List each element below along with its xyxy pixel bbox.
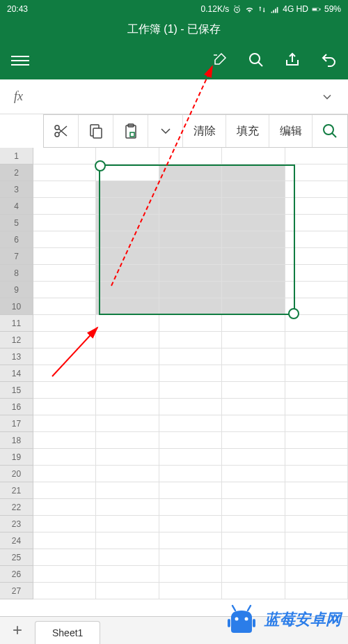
cell[interactable]: [96, 315, 159, 332]
cell[interactable]: [96, 432, 159, 449]
cell[interactable]: [285, 432, 348, 449]
sheet-tab[interactable]: Sheet1: [35, 621, 100, 644]
expand-menu-button[interactable]: [148, 115, 183, 147]
row-header[interactable]: 3: [0, 181, 33, 198]
edit-button[interactable]: 编辑: [269, 115, 313, 147]
cell[interactable]: [285, 148, 348, 164]
cell[interactable]: [285, 164, 348, 181]
cell[interactable]: [285, 482, 348, 499]
cell[interactable]: [222, 231, 285, 248]
cell[interactable]: [33, 282, 96, 298]
cell[interactable]: [285, 382, 348, 399]
cell[interactable]: [159, 148, 222, 164]
cell[interactable]: [285, 282, 348, 298]
cell[interactable]: [222, 466, 285, 482]
cell[interactable]: [96, 399, 159, 415]
cell[interactable]: [285, 566, 348, 583]
cell[interactable]: [222, 215, 285, 231]
cell[interactable]: [96, 532, 159, 549]
cell[interactable]: [33, 583, 96, 599]
cell[interactable]: [33, 432, 96, 449]
cell[interactable]: [33, 365, 96, 382]
cell[interactable]: [33, 248, 96, 265]
cell[interactable]: [222, 399, 285, 415]
row-header[interactable]: 16: [0, 399, 33, 415]
cell[interactable]: [285, 315, 348, 332]
cell[interactable]: [285, 549, 348, 566]
cell[interactable]: [96, 148, 159, 164]
cell[interactable]: [222, 298, 285, 315]
cell[interactable]: [96, 348, 159, 365]
row-header[interactable]: 14: [0, 365, 33, 382]
cell[interactable]: [285, 466, 348, 482]
copy-button[interactable]: [79, 115, 113, 147]
row-header[interactable]: 22: [0, 499, 33, 516]
cell[interactable]: [33, 549, 96, 566]
add-sheet-button[interactable]: +: [0, 616, 35, 644]
row-header[interactable]: 7: [0, 248, 33, 265]
cell[interactable]: [33, 332, 96, 348]
cell[interactable]: [222, 265, 285, 282]
cell[interactable]: [96, 549, 159, 566]
cell[interactable]: [222, 181, 285, 198]
chevron-down-icon[interactable]: [320, 90, 334, 104]
row-header[interactable]: 13: [0, 348, 33, 365]
row-header[interactable]: 18: [0, 432, 33, 449]
cell[interactable]: [96, 332, 159, 348]
cell[interactable]: [33, 482, 96, 499]
cell[interactable]: [222, 315, 285, 332]
cell[interactable]: [285, 499, 348, 516]
cell[interactable]: [159, 482, 222, 499]
cell[interactable]: [96, 298, 159, 315]
cell[interactable]: [96, 516, 159, 532]
row-header[interactable]: 24: [0, 532, 33, 549]
row-header[interactable]: 6: [0, 231, 33, 248]
cell[interactable]: [285, 198, 348, 215]
row-header[interactable]: 11: [0, 315, 33, 332]
paste-button[interactable]: [113, 115, 148, 147]
cell[interactable]: [159, 566, 222, 583]
cell[interactable]: [222, 348, 285, 365]
cell[interactable]: [285, 215, 348, 231]
cell[interactable]: [33, 348, 96, 365]
cell[interactable]: [159, 265, 222, 282]
fill-button[interactable]: 填充: [226, 115, 269, 147]
cell[interactable]: [33, 265, 96, 282]
edit-icon[interactable]: [212, 52, 228, 68]
row-header[interactable]: 26: [0, 566, 33, 583]
cell[interactable]: [33, 148, 96, 164]
row-header[interactable]: 2: [0, 164, 33, 181]
cell[interactable]: [159, 532, 222, 549]
cell[interactable]: [159, 181, 222, 198]
cell[interactable]: [285, 516, 348, 532]
cell[interactable]: [159, 282, 222, 298]
cell[interactable]: [96, 265, 159, 282]
cell[interactable]: [222, 449, 285, 466]
cell[interactable]: [33, 466, 96, 482]
cell[interactable]: [159, 215, 222, 231]
cell[interactable]: [33, 566, 96, 583]
cell[interactable]: [159, 449, 222, 466]
cell[interactable]: [222, 332, 285, 348]
cell[interactable]: [222, 415, 285, 432]
cell[interactable]: [159, 198, 222, 215]
cell[interactable]: [33, 298, 96, 315]
cell[interactable]: [96, 449, 159, 466]
cell[interactable]: [222, 148, 285, 164]
cell[interactable]: [222, 164, 285, 181]
cell[interactable]: [96, 583, 159, 599]
undo-icon[interactable]: [320, 52, 337, 68]
row-header[interactable]: 25: [0, 549, 33, 566]
cell[interactable]: [33, 315, 96, 332]
cell[interactable]: [96, 365, 159, 382]
cell[interactable]: [96, 231, 159, 248]
cell[interactable]: [33, 164, 96, 181]
cell[interactable]: [285, 298, 348, 315]
cell[interactable]: [159, 583, 222, 599]
row-header[interactable]: 4: [0, 198, 33, 215]
row-header[interactable]: 19: [0, 449, 33, 466]
cell[interactable]: [96, 198, 159, 215]
row-header[interactable]: 12: [0, 332, 33, 348]
cell[interactable]: [285, 332, 348, 348]
cell[interactable]: [222, 365, 285, 382]
